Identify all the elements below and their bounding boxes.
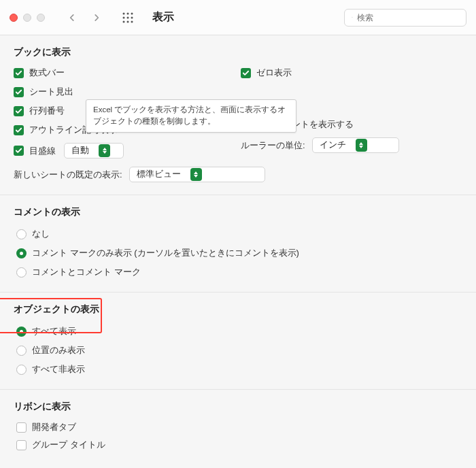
- up-down-arrows-icon: [356, 139, 367, 152]
- check-icon: [14, 68, 24, 78]
- checkbox-label: シート見出: [29, 86, 73, 98]
- checkbox-label: ゼロ表示: [256, 67, 292, 79]
- svg-point-3: [123, 16, 125, 18]
- section-title-book: ブックに表示: [14, 46, 462, 58]
- checkbox-gridlines[interactable]: 目盛線 自動: [14, 143, 235, 158]
- radio-icon: [16, 248, 27, 258]
- check-icon: [14, 146, 24, 156]
- radio-icon: [16, 365, 27, 375]
- svg-point-7: [127, 20, 129, 22]
- grid-icon: [122, 12, 134, 24]
- radio-objects-show-all[interactable]: すべて表示: [16, 324, 462, 339]
- checkbox-sheet-tabs[interactable]: シート見出: [14, 86, 235, 98]
- select-value: 自動: [71, 145, 89, 156]
- radio-icon: [16, 346, 27, 356]
- page-title: 表示: [152, 10, 174, 24]
- check-icon: [16, 440, 27, 450]
- checkbox-formula-bar[interactable]: 数式バー: [14, 67, 235, 79]
- svg-point-2: [131, 12, 133, 14]
- ruler-units-select[interactable]: インチ: [312, 137, 399, 153]
- check-icon: [241, 68, 251, 78]
- chevron-left-icon: [67, 13, 77, 22]
- checkbox-developer-tab[interactable]: 開発者タブ: [16, 421, 462, 433]
- radio-label: 位置のみ表示: [32, 344, 85, 356]
- radio-icon: [16, 327, 27, 337]
- window-minimize-button[interactable]: [23, 14, 31, 22]
- radio-label: すべて表示: [32, 325, 76, 337]
- up-down-arrows-icon: [190, 168, 202, 181]
- checkbox-label: 目盛線: [29, 145, 56, 157]
- radio-label: コメントとコメント マーク: [32, 266, 141, 278]
- svg-point-6: [123, 20, 125, 22]
- check-icon: [14, 106, 24, 116]
- forward-button[interactable]: [87, 8, 106, 27]
- section-ribbon: リボンに表示 開発者タブ グループ タイトル: [0, 390, 476, 463]
- window-zoom-button[interactable]: [37, 14, 45, 22]
- radio-icon: [16, 267, 27, 278]
- radio-comments-and-marks[interactable]: コメントとコメント マーク: [16, 265, 462, 280]
- checkbox-label: 行列番号: [29, 105, 65, 117]
- back-button[interactable]: [63, 8, 82, 27]
- select-value: インチ: [320, 139, 346, 151]
- window-close-button[interactable]: [10, 14, 18, 22]
- section-title-objects: オブジェクトの表示: [14, 303, 462, 316]
- select-value: 標準ビュー: [137, 169, 181, 180]
- svg-line-10: [352, 18, 353, 18]
- checkbox-label: 数式バー: [29, 67, 65, 79]
- checkbox-label: グループ タイトル: [32, 439, 105, 451]
- svg-point-0: [123, 12, 125, 14]
- section-objects: オブジェクトの表示 すべて表示 位置のみ表示 すべて非表示: [0, 292, 476, 390]
- check-icon: [16, 422, 27, 433]
- checkbox-group-titles[interactable]: グループ タイトル: [16, 439, 462, 451]
- radio-label: すべて非表示: [32, 363, 85, 375]
- traffic-lights: [10, 14, 45, 22]
- svg-point-5: [131, 16, 133, 18]
- search-input[interactable]: [357, 13, 459, 22]
- radio-icon: [16, 229, 27, 239]
- checkbox-label: 開発者タブ: [32, 421, 76, 433]
- gridlines-color-select[interactable]: 自動: [64, 143, 124, 158]
- tooltip: Excel でブックを表示する方法と、画面に表示するオブジェクトの種類を制御しま…: [86, 99, 296, 133]
- section-title-ribbon: リボンに表示: [14, 401, 462, 413]
- svg-point-1: [127, 12, 129, 14]
- titlebar: 表示: [0, 0, 476, 35]
- checkbox-zero-values[interactable]: ゼロ表示: [241, 67, 462, 79]
- ruler-units-label: ルーラーの単位:: [241, 139, 305, 152]
- section-book: ブックに表示 数式バー シート見出 行列番号 アウトライン記号表示: [0, 35, 476, 195]
- new-sheet-default-select[interactable]: 標準ビュー: [129, 167, 265, 182]
- check-icon: [14, 125, 24, 135]
- new-sheet-default-label: 新しいシートの既定の表示:: [14, 169, 122, 181]
- radio-comments-marks-only[interactable]: コメント マークのみ表示 (カーソルを置いたときにコメントを表示): [16, 246, 462, 261]
- radio-objects-placeholders[interactable]: 位置のみ表示: [16, 343, 462, 358]
- section-comments: コメントの表示 なし コメント マークのみ表示 (カーソルを置いたときにコメント…: [0, 195, 476, 292]
- radio-label: コメント マークのみ表示 (カーソルを置いたときにコメントを表示): [32, 247, 299, 259]
- radio-objects-hide-all[interactable]: すべて非表示: [16, 362, 462, 377]
- svg-point-4: [127, 16, 129, 18]
- search-icon: [352, 13, 353, 22]
- up-down-arrows-icon: [99, 144, 110, 157]
- show-all-prefs-button[interactable]: [118, 8, 137, 27]
- svg-point-9: [352, 17, 352, 18]
- content-area: ブックに表示 数式バー シート見出 行列番号 アウトライン記号表示: [0, 35, 476, 463]
- section-title-comments: コメントの表示: [14, 206, 462, 218]
- search-field-wrap[interactable]: [344, 9, 466, 27]
- check-icon: [14, 87, 24, 97]
- svg-point-8: [131, 20, 133, 22]
- radio-label: なし: [32, 228, 50, 240]
- radio-comments-none[interactable]: なし: [16, 227, 462, 241]
- chevron-right-icon: [92, 13, 101, 22]
